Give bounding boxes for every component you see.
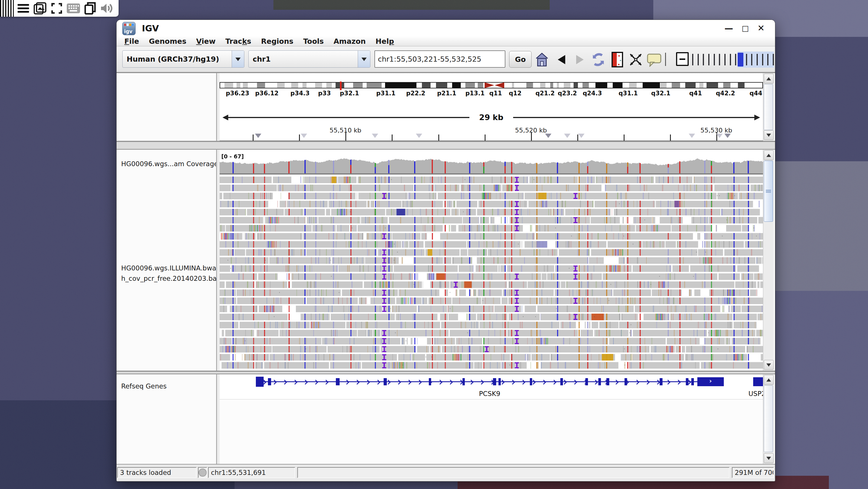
zoom-slider[interactable]	[690, 52, 774, 68]
refresh-icon[interactable]	[590, 52, 607, 68]
genome-select[interactable]: Human (GRCh37/hg19)	[122, 50, 244, 68]
bam-track-name-line1[interactable]: HG00096.wgs.ILLUMINA.bwa.G	[121, 264, 224, 272]
fullscreen-icon[interactable]	[50, 2, 64, 15]
cytoband	[257, 83, 265, 88]
chromosome-ideogram[interactable]	[220, 82, 763, 88]
exon-block[interactable]	[463, 378, 465, 385]
gene-data-area[interactable]: ›PCSK9USP24	[220, 374, 763, 464]
exon-block[interactable]	[493, 378, 496, 385]
roi-marker-icon[interactable]	[545, 134, 551, 138]
menu-item-view[interactable]: View	[191, 37, 221, 46]
zoom-slider-thumb[interactable]	[738, 53, 743, 66]
exon-block[interactable]	[530, 378, 532, 385]
exon-block[interactable]	[686, 378, 688, 385]
ideogram-ruler-area[interactable]: p36.23p36.12p34.3p33p32.1p31.1p22.2p21.1…	[220, 73, 763, 141]
chevron-down-icon[interactable]	[358, 51, 370, 67]
zoom-out-button[interactable]	[676, 52, 689, 66]
exon-block[interactable]	[585, 378, 588, 385]
menu-item-tools[interactable]: Tools	[298, 37, 329, 46]
gene-track-name[interactable]: Refseq Genes	[121, 382, 167, 390]
forward-icon[interactable]	[572, 52, 588, 68]
scroll-down-icon[interactable]	[764, 360, 774, 370]
panel-splitter[interactable]	[117, 141, 775, 149]
gallery-icon[interactable]	[33, 2, 47, 15]
exon-block[interactable]	[624, 378, 627, 385]
chevron-down-icon[interactable]	[232, 51, 244, 67]
home-icon[interactable]	[534, 52, 550, 68]
scrollbar[interactable]	[763, 150, 774, 371]
cytoband	[643, 83, 660, 88]
roi-marker-icon[interactable]	[689, 134, 695, 138]
copy-icon[interactable]	[83, 2, 97, 15]
menu-item-amazon[interactable]: Amazon	[329, 37, 371, 46]
ruler-panel: p36.23p36.12p34.3p33p32.1p31.1p22.2p21.1…	[117, 73, 775, 141]
roi-marker-icon[interactable]	[301, 134, 307, 138]
go-button[interactable]: Go	[509, 51, 532, 68]
strand-arrow-icon	[303, 380, 308, 385]
memory-status: 291M of 700M	[732, 467, 774, 478]
exon-block[interactable]: ›	[698, 377, 724, 386]
roi-marker-icon[interactable]	[372, 134, 378, 138]
menu-item-file[interactable]: File	[119, 37, 144, 46]
exon-block[interactable]	[691, 378, 694, 385]
exon-block[interactable]	[560, 378, 563, 385]
scrollbar-thumb[interactable]	[764, 385, 773, 452]
exon-block[interactable]	[607, 378, 609, 385]
exon-block[interactable]	[268, 378, 271, 385]
roi-marker-icon[interactable]	[416, 134, 422, 138]
cytoband	[550, 83, 553, 88]
reads-canvas[interactable]	[220, 176, 763, 370]
define-region-icon[interactable]	[609, 52, 625, 68]
coverage-canvas[interactable]	[220, 154, 763, 173]
menu-item-help[interactable]: Help	[371, 37, 399, 46]
volume-icon[interactable]	[100, 2, 114, 15]
scroll-up-icon[interactable]	[764, 74, 774, 84]
coverage-track-name[interactable]: HG00096.wgs...am Coverage	[121, 160, 218, 168]
scrollbar[interactable]	[763, 73, 774, 141]
alignment-data-area[interactable]: [0 - 67]	[220, 150, 763, 371]
scroll-down-icon[interactable]	[764, 453, 774, 463]
chromosome-select[interactable]: chr1	[248, 50, 370, 68]
close-icon[interactable]: ✕	[757, 23, 765, 34]
strand-arrow-icon	[417, 380, 422, 385]
roi-marker-icon[interactable]	[724, 134, 731, 138]
exon-block[interactable]	[660, 378, 662, 385]
fit-to-window-icon[interactable]	[628, 52, 644, 68]
gene-label[interactable]: PCSK9	[479, 390, 500, 397]
exon-block[interactable]	[753, 377, 763, 386]
menu-icon[interactable]	[16, 2, 31, 15]
back-icon[interactable]	[553, 52, 569, 68]
exon-block[interactable]	[498, 378, 501, 385]
wallpaper-patch	[775, 291, 868, 489]
roi-marker-icon[interactable]	[578, 134, 585, 138]
scrollbar-thumb[interactable]	[764, 161, 773, 222]
menu-item-tracks[interactable]: Tracks	[220, 37, 256, 46]
cytoband	[540, 83, 546, 88]
keyboard-icon[interactable]	[66, 2, 81, 15]
exon-block[interactable]	[336, 378, 340, 385]
exon-block[interactable]	[429, 378, 431, 385]
exon-block[interactable]	[256, 377, 264, 387]
toolbar-grip-handle[interactable]	[0, 0, 14, 17]
cytoband	[595, 83, 607, 88]
roi-marker-icon[interactable]	[716, 134, 723, 138]
panel-splitter[interactable]	[117, 371, 775, 374]
locus-input[interactable]	[374, 50, 505, 68]
exon-block[interactable]	[598, 378, 601, 385]
exon-block[interactable]	[384, 378, 387, 385]
menu-item-regions[interactable]: Regions	[256, 37, 299, 46]
gene-label[interactable]: USP24	[748, 390, 763, 397]
scroll-up-icon[interactable]	[764, 150, 774, 160]
maximize-icon[interactable]: □	[742, 23, 749, 34]
scrollbar[interactable]	[763, 374, 774, 464]
minimize-icon[interactable]: —	[724, 23, 733, 34]
roi-marker-icon[interactable]	[255, 134, 261, 138]
scrollbar-thumb[interactable]	[764, 84, 773, 130]
bam-track-name-line2[interactable]: h_cov_pcr_free.20140203.bam	[121, 275, 223, 282]
roi-marker-icon[interactable]	[564, 134, 570, 138]
scroll-up-icon[interactable]	[764, 375, 774, 385]
menu-item-genomes[interactable]: Genomes	[144, 37, 191, 46]
scroll-down-icon[interactable]	[764, 130, 774, 140]
title-bar[interactable]: igv IGV — □ ✕	[117, 20, 775, 36]
tooltip-mode-icon[interactable]	[646, 52, 662, 68]
